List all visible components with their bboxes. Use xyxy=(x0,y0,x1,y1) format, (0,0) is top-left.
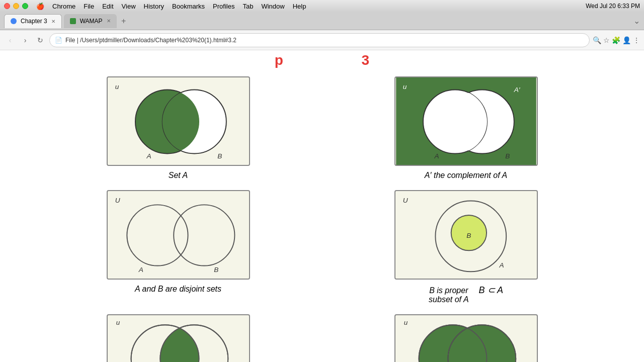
circle-a-label-comp: A xyxy=(434,152,439,160)
corner-label-U-disj: U xyxy=(115,197,120,204)
caption-proper-subset-text: B is propersubset of A xyxy=(429,286,468,304)
tab-label-wamap: WAMAP xyxy=(80,18,103,25)
diagram-proper-subset: U B A B is propersubset of A B ⊂ A xyxy=(328,190,604,304)
titlebar: 🍎 Chrome File Edit View History Bookmark… xyxy=(0,0,644,12)
menu-view[interactable]: View xyxy=(122,3,136,10)
venn-svg-proper-subset: U B A xyxy=(395,191,537,279)
more-icon[interactable]: ⋮ xyxy=(633,36,640,44)
venn-box-complement-a: u A′ A B xyxy=(394,76,538,166)
venn-box-disjoint: U A B xyxy=(107,190,250,280)
prime-label: A′ xyxy=(513,86,520,94)
tab-bar: Chapter 3 ✕ WAMAP ✕ + ⌄ xyxy=(0,12,644,30)
time-display: Wed Jul 20 6:33 PM xyxy=(586,3,640,10)
maximize-button[interactable] xyxy=(22,3,28,9)
circle-a-label-sub: A xyxy=(499,261,504,269)
diagrams-row-1: u A B Set A xyxy=(40,76,604,180)
toolbar-right: 🔍 ☆ 🧩 👤 ⋮ xyxy=(593,36,640,44)
main-content: p 3 xyxy=(0,50,644,362)
svg-rect-10 xyxy=(108,191,249,279)
circle-b-label: B xyxy=(217,152,222,160)
set-a-italic: A xyxy=(183,171,188,179)
corner-label-U-sub: U xyxy=(403,197,408,204)
caption-proper-subset-symbol: B ⊂ A xyxy=(479,285,503,296)
tab-close-wamap[interactable]: ✕ xyxy=(107,18,111,24)
close-button[interactable] xyxy=(4,3,10,9)
menu-chrome[interactable]: Chrome xyxy=(52,3,75,10)
caption-proper-subset-container: B is propersubset of A B ⊂ A xyxy=(429,285,503,304)
lock-icon: 📄 xyxy=(55,37,62,44)
extension-icon[interactable]: 🧩 xyxy=(612,36,620,44)
diagram-disjoint: U A B A and B are disjoint sets xyxy=(40,190,316,304)
menu-window[interactable]: Window xyxy=(261,3,284,10)
traffic-lights[interactable] xyxy=(4,3,28,9)
venn-svg-complement-a: u A′ A B xyxy=(395,77,537,165)
reload-button[interactable]: ↻ xyxy=(34,34,46,46)
titlebar-right: Wed Jul 20 6:33 PM xyxy=(586,3,640,10)
diagram-bottom-left: u xyxy=(40,314,316,362)
venn-svg-disjoint: U A B xyxy=(108,191,249,279)
circle-b-label-comp: B xyxy=(505,152,510,160)
profile-icon[interactable]: 👤 xyxy=(622,36,631,44)
circle-b-label-sub: B xyxy=(466,232,471,239)
circle-a-label-disj: A xyxy=(138,266,143,274)
tab-close-chapter3[interactable]: ✕ xyxy=(51,19,55,24)
venn-box-set-a: u A B xyxy=(107,76,250,166)
tab-favicon-chapter3 xyxy=(11,18,17,24)
menu-history[interactable]: History xyxy=(144,3,164,10)
circle-a-label: A xyxy=(146,152,151,160)
page-header: p 3 xyxy=(40,50,604,76)
header-text: p 3 xyxy=(275,52,369,68)
tab-overflow-button[interactable]: ⌄ xyxy=(633,16,640,26)
circle-b-label-disj: B xyxy=(214,266,218,274)
menu-apple[interactable]: 🍎 xyxy=(36,3,44,10)
forward-button[interactable]: › xyxy=(19,34,31,46)
back-button[interactable]: ‹ xyxy=(4,34,16,46)
venn-box-proper-subset: U B A xyxy=(394,190,538,280)
diagram-bottom-right: u xyxy=(328,314,604,362)
venn-box-bottom-right: u xyxy=(394,314,538,362)
tab-wamap[interactable]: WAMAP ✕ xyxy=(64,14,117,28)
venn-svg-bottom-right: u xyxy=(395,315,537,362)
menu-file[interactable]: File xyxy=(84,3,94,10)
search-icon[interactable]: 🔍 xyxy=(593,36,601,44)
tab-label-chapter3: Chapter 3 xyxy=(21,18,47,25)
menu-bookmarks[interactable]: Bookmarks xyxy=(172,3,205,10)
address-text[interactable]: File | /Users/ptdmiller/Downloads/Chapte… xyxy=(65,37,236,44)
venn-svg-set-a: u A B xyxy=(108,77,249,165)
corner-label-u-bot-left: u xyxy=(116,319,120,326)
caption-set-a: Set A xyxy=(169,171,188,180)
caption-complement-a: A′ the complement of A xyxy=(425,171,507,180)
menu-tab[interactable]: Tab xyxy=(243,3,253,10)
corner-label-u-comp: u xyxy=(403,83,407,90)
venn-svg-bottom-left: u xyxy=(108,315,249,362)
address-bar: ‹ › ↻ 📄 File | /Users/ptdmiller/Download… xyxy=(0,30,644,50)
caption-disjoint: A and B are disjoint sets xyxy=(135,285,221,294)
menu-bar: 🍎 Chrome File Edit View History Bookmark… xyxy=(36,3,306,10)
menu-profiles[interactable]: Profiles xyxy=(213,3,234,10)
diagram-set-a: u A B Set A xyxy=(40,76,316,180)
tab-favicon-wamap xyxy=(70,18,76,24)
corner-label-u: u xyxy=(115,83,119,90)
address-input[interactable]: 📄 File | /Users/ptdmiller/Downloads/Chap… xyxy=(49,33,590,47)
menu-help[interactable]: Help xyxy=(293,3,306,10)
diagram-complement-a: u A′ A B A′ the complement of A xyxy=(328,76,604,180)
minimize-button[interactable] xyxy=(13,3,19,9)
menu-edit[interactable]: Edit xyxy=(102,3,113,10)
venn-box-bottom-left: u xyxy=(107,314,250,362)
tab-chapter3[interactable]: Chapter 3 ✕ xyxy=(4,14,62,28)
bookmark-icon[interactable]: ☆ xyxy=(603,36,610,44)
corner-label-u-bot-right: u xyxy=(404,319,408,326)
new-tab-button[interactable]: + xyxy=(119,16,129,26)
diagrams-row-2: U A B A and B are disjoint sets U B xyxy=(40,190,604,304)
diagrams-row-3: u u xyxy=(40,314,604,362)
